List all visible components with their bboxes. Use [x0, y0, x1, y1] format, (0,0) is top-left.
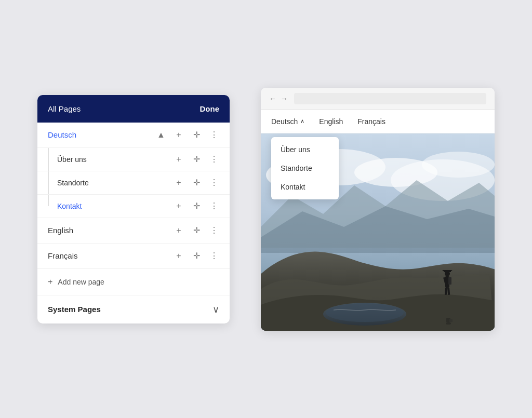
uber-uns-actions: + ✛ ⋮	[174, 154, 219, 165]
dropdown-standorte[interactable]: Standorte	[271, 159, 339, 178]
kontakt-actions: + ✛ ⋮	[174, 201, 219, 211]
pages-panel: All Pages Done Deutsch ▲ + ✛ ⋮ Über uns …	[37, 95, 230, 323]
add-icon[interactable]: +	[174, 178, 184, 188]
svg-rect-10	[448, 277, 451, 285]
move-icon[interactable]: ✛	[191, 154, 202, 165]
browser-mockup: ← → Deutsch ∧ English Français Über uns	[261, 88, 495, 331]
url-bar[interactable]	[294, 93, 486, 104]
panel-header: All Pages Done	[37, 95, 230, 123]
add-new-page-plus-icon: +	[48, 277, 52, 287]
dropdown-uber-uns[interactable]: Über uns	[271, 140, 339, 159]
english-actions: + ✛ ⋮	[174, 225, 219, 236]
collapse-icon[interactable]: ▲	[156, 130, 166, 140]
add-page-icon[interactable]: +	[174, 130, 184, 140]
uber-uns-item[interactable]: Über uns + ✛ ⋮	[37, 148, 230, 171]
kontakt-label: Kontakt	[57, 202, 174, 210]
system-pages-section[interactable]: System Pages ∨	[37, 295, 230, 323]
deutsch-sub-items: Über uns + ✛ ⋮ Standorte + ✛ ⋮ Kontakt +	[37, 148, 230, 218]
back-button[interactable]: ←	[269, 95, 276, 103]
francais-menu-label: Français	[357, 117, 385, 126]
add-new-page-button[interactable]: + Add new page	[37, 269, 230, 295]
more-icon[interactable]: ⋮	[209, 225, 219, 236]
move-icon[interactable]: ✛	[191, 201, 202, 211]
dropdown-kontakt[interactable]: Kontakt	[271, 178, 339, 196]
deutsch-actions: ▲ + ✛ ⋮	[156, 130, 219, 140]
browser-bar: ← →	[261, 88, 495, 110]
system-pages-label: System Pages	[48, 305, 101, 314]
forward-button[interactable]: →	[281, 95, 288, 103]
panel-title: All Pages	[48, 104, 81, 113]
standorte-item[interactable]: Standorte + ✛ ⋮	[37, 171, 230, 195]
more-icon[interactable]: ⋮	[209, 154, 219, 165]
francais-menu-item[interactable]: Français	[357, 117, 385, 126]
more-icon[interactable]: ⋮	[209, 130, 219, 140]
more-icon[interactable]: ⋮	[209, 178, 219, 188]
deutsch-label: Deutsch	[48, 130, 156, 139]
deutsch-menu-label: Deutsch	[271, 117, 298, 126]
svg-point-7	[326, 303, 404, 322]
chevron-down-icon: ∨	[212, 304, 219, 315]
move-icon[interactable]: ✛	[191, 130, 202, 140]
add-icon[interactable]: +	[174, 201, 184, 211]
deutsch-menu-item[interactable]: Deutsch ∧	[271, 117, 304, 126]
standorte-label: Standorte	[57, 179, 174, 187]
add-icon[interactable]: +	[174, 225, 184, 236]
english-label: English	[48, 226, 174, 235]
add-icon[interactable]: +	[174, 154, 184, 165]
done-button[interactable]: Done	[200, 104, 220, 113]
english-menu-item[interactable]: English	[319, 117, 343, 126]
browser-nav-buttons: ← →	[269, 95, 288, 103]
move-icon[interactable]: ✛	[191, 178, 202, 188]
svg-rect-16	[449, 319, 453, 322]
english-menu-label: English	[319, 117, 343, 126]
francais-label: Français	[48, 251, 174, 260]
francais-nav-item[interactable]: Français + ✛ ⋮	[37, 244, 230, 269]
more-icon[interactable]: ⋮	[209, 251, 219, 261]
uber-uns-label: Über uns	[57, 155, 174, 164]
add-new-page-label: Add new page	[58, 278, 104, 286]
panel-body: Deutsch ▲ + ✛ ⋮ Über uns + ✛ ⋮ Standorte	[37, 123, 230, 323]
move-icon[interactable]: ✛	[191, 225, 202, 236]
deutsch-nav-item[interactable]: Deutsch ▲ + ✛ ⋮	[37, 123, 230, 148]
move-icon[interactable]: ✛	[191, 251, 202, 261]
more-icon[interactable]: ⋮	[209, 201, 219, 211]
deutsch-dropdown: Über uns Standorte Kontakt	[271, 137, 339, 199]
kontakt-item[interactable]: Kontakt + ✛ ⋮	[37, 195, 230, 218]
browser-content: Deutsch ∧ English Français Über uns Stan…	[261, 110, 495, 331]
add-icon[interactable]: +	[174, 251, 184, 261]
english-nav-item[interactable]: English + ✛ ⋮	[37, 218, 230, 244]
site-nav-menu: Deutsch ∧ English Français	[261, 110, 495, 133]
deutsch-arrow-icon: ∧	[300, 118, 304, 125]
svg-point-15	[446, 322, 451, 325]
standorte-actions: + ✛ ⋮	[174, 178, 219, 188]
francais-actions: + ✛ ⋮	[174, 251, 219, 261]
